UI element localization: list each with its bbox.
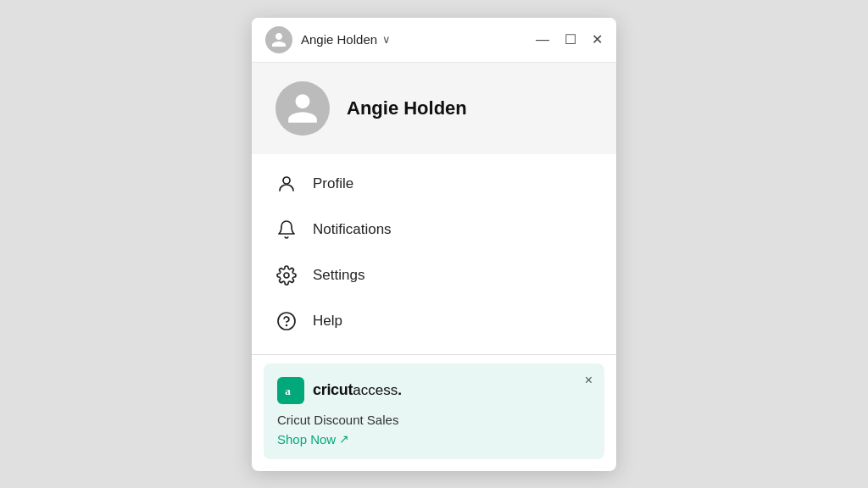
gear-icon <box>275 264 298 286</box>
title-bar-name: Angie Holden ∨ <box>301 32 536 47</box>
menu-item-settings[interactable]: Settings <box>252 252 616 298</box>
minimize-button[interactable]: — <box>536 33 549 47</box>
help-label: Help <box>313 313 342 330</box>
title-bar: Angie Holden ∨ — ☐ ✕ <box>252 18 616 63</box>
menu-item-help[interactable]: Help <box>252 298 616 344</box>
arrow-icon: ↗ <box>339 432 349 446</box>
cricut-logo-row: a cricut access . <box>277 377 591 404</box>
banner-close-button[interactable]: × <box>585 374 593 387</box>
svg-text:a: a <box>285 385 291 397</box>
help-icon <box>275 310 298 332</box>
bell-icon <box>275 219 298 241</box>
profile-label: Profile <box>313 175 353 192</box>
svg-point-2 <box>278 313 295 330</box>
notifications-label: Notifications <box>313 221 392 238</box>
cricut-banner: × a cricut access . Cricut Discount Sale… <box>264 363 604 459</box>
title-bar-chevron[interactable]: ∨ <box>382 33 391 46</box>
cricut-brand-dot: . <box>398 382 402 399</box>
divider <box>252 354 616 355</box>
profile-header: Angie Holden <box>252 63 616 154</box>
cricut-discount-text: Cricut Discount Sales <box>277 413 591 427</box>
title-bar-controls: — ☐ ✕ <box>536 33 603 47</box>
avatar <box>275 81 330 136</box>
svg-point-1 <box>284 273 289 278</box>
menu-list: Profile Notifications Settings <box>252 154 616 351</box>
title-bar-avatar <box>265 26 292 53</box>
close-button[interactable]: ✕ <box>592 33 603 47</box>
settings-label: Settings <box>313 267 364 284</box>
cricut-icon: a <box>277 377 304 404</box>
person-icon <box>275 173 298 195</box>
cricut-brand: cricut access . <box>313 381 402 399</box>
menu-item-profile[interactable]: Profile <box>252 161 616 207</box>
cricut-brand-light: access <box>353 382 398 399</box>
svg-point-0 <box>283 177 290 184</box>
menu-item-notifications[interactable]: Notifications <box>252 207 616 252</box>
cricut-brand-bold: cricut <box>313 381 353 399</box>
profile-name: Angie Holden <box>347 97 467 119</box>
restore-button[interactable]: ☐ <box>565 33 576 47</box>
app-window: Angie Holden ∨ — ☐ ✕ Angie Holden Profil… <box>252 18 616 471</box>
shop-now-link[interactable]: Shop Now ↗ <box>277 432 349 446</box>
